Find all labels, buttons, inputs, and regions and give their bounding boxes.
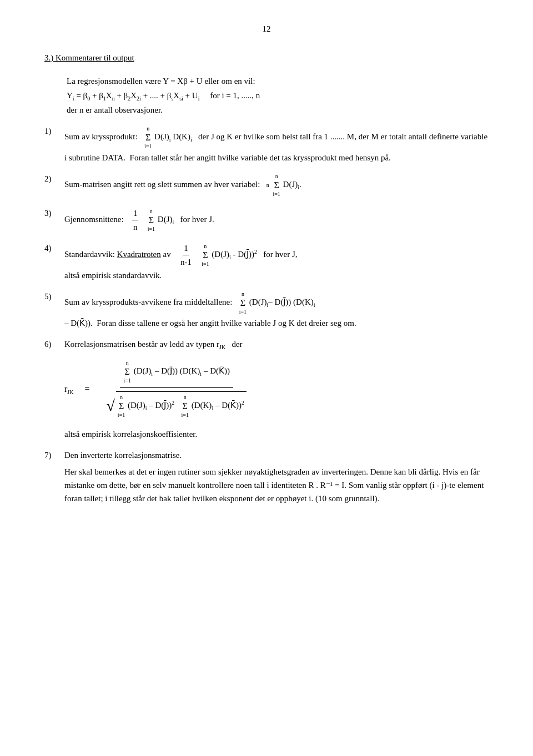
sigma-6d1: n Σ i=1	[118, 393, 125, 420]
page-number: 12	[44, 22, 489, 36]
item-2-number: 2)	[44, 172, 64, 185]
item-7: 7) Den inverterte korrelasjonsmatrise. H…	[44, 448, 489, 505]
intro-block: La regresjonsmodellen være Y = Xβ + U el…	[67, 74, 489, 117]
item-6-content: Korrelasjonsmatrisen består av ledd av t…	[64, 337, 489, 441]
frac-3: 1 n	[132, 206, 139, 234]
section-heading: 3.) Kommentarer til output	[44, 51, 489, 64]
item-3: 3) Gjennomsnittene: 1 n n Σ i=1 D(J)i fo…	[44, 206, 489, 234]
item-4-content: Standardavvik: Kvadratroten av 1 n-1 n Σ…	[64, 241, 489, 282]
item-7-content: Den inverterte korrelasjonsmatrise. Her …	[64, 448, 489, 505]
sigma-6d2: n Σ i=1	[182, 393, 189, 420]
item-5-content: Sum av kryssprodukts-avvikene fra middel…	[64, 290, 489, 330]
frac-4: 1 n-1	[179, 241, 193, 269]
sigma-2: n Σ i=1	[273, 172, 280, 199]
intro-line1: La regresjonsmodellen være Y = Xβ + U el…	[67, 74, 489, 88]
item-1-content: Sum av kryssprodukt: n Σ i=1 D(J)i D(K)i…	[64, 124, 489, 164]
item-1: 1) Sum av kryssprodukt: n Σ i=1 D(J)i D(…	[44, 124, 489, 164]
item-7-title: Den inverterte korrelasjonsmatrise.	[64, 448, 489, 462]
sqrt-denom: √ n Σ i=1 (D(J)i – D(J̄))2 n Σ	[106, 391, 247, 420]
item-2: 2) Sum-matrisen angitt rett og slett sum…	[44, 172, 489, 199]
sigma-1: n Σ i=1	[144, 124, 152, 151]
kvadratroten-label: Kvadratroten	[117, 250, 161, 259]
rjk-big-fraction: n Σ i=1 (D(J)i – D(J̄)) (D(K)i – D(K̄)) …	[103, 357, 250, 421]
item-5: 5) Sum av kryssprodukts-avvikene fra mid…	[44, 290, 489, 330]
item-5-number: 5)	[44, 290, 64, 303]
sigma-3: n Σ i=1	[148, 207, 155, 234]
item-6: 6) Korrelasjonsmatrisen består av ledd a…	[44, 337, 489, 441]
rjk-formula: rJK = n Σ i=1 (D(J)i – D(J̄)) (D(K)i – D…	[64, 357, 489, 421]
item-4-number: 4)	[44, 241, 64, 255]
sqrt-content: n Σ i=1 (D(J)i – D(J̄))2 n Σ i=1	[116, 391, 247, 420]
empirisk-label: altså empirisk korrelasjonskoeffisienter…	[64, 427, 489, 441]
item-2-content: Sum-matrisen angitt rett og slett summen…	[64, 172, 489, 199]
sqrt-symbol: √	[106, 398, 114, 414]
item-7-body: Her skal bemerkes at det er ingen rutine…	[64, 465, 489, 505]
item-3-number: 3)	[44, 206, 64, 220]
item-3-content: Gjennomsnittene: 1 n n Σ i=1 D(J)i for h…	[64, 206, 489, 234]
intro-line3: der n er antall observasjoner.	[67, 103, 489, 117]
item-4: 4) Standardavvik: Kvadratroten av 1 n-1 …	[44, 241, 489, 282]
item-1-number: 1)	[44, 124, 64, 138]
sigma-4: n Σ i=1	[202, 242, 209, 269]
intro-line2: Yi = β0 + β1Xn + β2X2i + .... + βsXsi + …	[67, 89, 489, 102]
sigma-6n: n Σ i=1	[124, 359, 131, 385]
item-7-number: 7)	[44, 448, 64, 462]
item-6-number: 6)	[44, 337, 64, 351]
sigma-5: n Σ i=1	[239, 290, 247, 316]
